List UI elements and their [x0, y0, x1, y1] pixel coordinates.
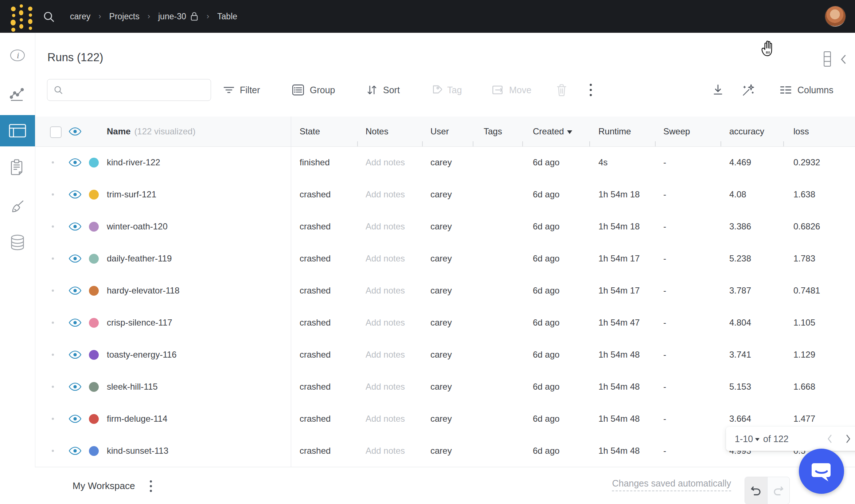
logs-clipboard-icon[interactable]: [0, 158, 35, 176]
run-user[interactable]: carey: [430, 210, 452, 243]
undo-button[interactable]: [745, 477, 768, 504]
table-row[interactable]: trim-surf-121 crashed Add notes carey 6d…: [35, 178, 855, 210]
table-row[interactable]: toasty-energy-116 crashed Add notes care…: [35, 339, 855, 371]
row-drag-handle[interactable]: [52, 435, 54, 467]
user-avatar[interactable]: [825, 6, 846, 27]
add-notes-placeholder[interactable]: Add notes: [366, 210, 405, 243]
magic-wand-button[interactable]: [741, 79, 755, 101]
run-user[interactable]: carey: [430, 307, 452, 339]
row-visibility-eye-icon[interactable]: [69, 243, 82, 275]
row-visibility-eye-icon[interactable]: [69, 178, 82, 210]
column-header-accuracy[interactable]: accuracy: [729, 117, 764, 146]
column-header-sweep[interactable]: Sweep: [663, 117, 690, 146]
table-row[interactable]: winter-oath-120 crashed Add notes carey …: [35, 210, 855, 243]
run-name-link[interactable]: winter-oath-120: [107, 210, 168, 243]
breadcrumb-entity[interactable]: carey: [70, 12, 90, 21]
row-drag-handle[interactable]: [52, 307, 54, 339]
toggle-all-visibility-eye-icon[interactable]: [69, 117, 82, 146]
row-visibility-eye-icon[interactable]: [69, 210, 82, 243]
group-button[interactable]: Group: [292, 79, 335, 101]
add-notes-placeholder[interactable]: Add notes: [366, 371, 405, 403]
run-user[interactable]: carey: [430, 146, 452, 178]
row-visibility-eye-icon[interactable]: [69, 307, 82, 339]
row-drag-handle[interactable]: [52, 275, 54, 307]
row-visibility-eye-icon[interactable]: [69, 146, 82, 178]
column-header-user[interactable]: User: [430, 117, 449, 146]
add-notes-placeholder[interactable]: Add notes: [366, 275, 405, 307]
run-name-link[interactable]: toasty-energy-116: [107, 339, 177, 371]
overview-info-icon[interactable]: i: [0, 47, 35, 63]
run-user[interactable]: carey: [430, 243, 452, 275]
workspace-name[interactable]: My Workspace: [73, 467, 135, 504]
row-drag-handle[interactable]: [52, 243, 54, 275]
columns-button[interactable]: Columns: [779, 79, 833, 101]
panel-layout-icon[interactable]: [823, 51, 832, 67]
column-header-name[interactable]: Name(122 visualized): [107, 117, 195, 146]
add-notes-placeholder[interactable]: Add notes: [366, 435, 405, 467]
table-row[interactable]: hardy-elevator-118 crashed Add notes car…: [35, 275, 855, 307]
table-row[interactable]: kind-river-122 finished Add notes carey …: [35, 146, 855, 178]
add-notes-placeholder[interactable]: Add notes: [366, 178, 405, 210]
run-user[interactable]: carey: [430, 178, 452, 210]
breadcrumb-project[interactable]: june-30: [158, 12, 186, 21]
row-visibility-eye-icon[interactable]: [69, 339, 82, 371]
row-drag-handle[interactable]: [52, 371, 54, 403]
next-page-chevron-icon[interactable]: [844, 434, 852, 444]
add-notes-placeholder[interactable]: Add notes: [366, 339, 405, 371]
row-visibility-eye-icon[interactable]: [69, 371, 82, 403]
run-name-link[interactable]: daily-feather-119: [107, 243, 172, 275]
add-notes-placeholder[interactable]: Add notes: [366, 146, 405, 178]
row-drag-handle[interactable]: [52, 339, 54, 371]
run-name-link[interactable]: firm-deluge-114: [107, 403, 167, 435]
row-visibility-eye-icon[interactable]: [69, 403, 82, 435]
workspace-menu-kebab-icon[interactable]: [150, 480, 152, 492]
collapse-panel-chevron-icon[interactable]: [839, 54, 848, 65]
filter-button[interactable]: Filter: [223, 79, 260, 101]
column-header-notes[interactable]: Notes: [366, 117, 389, 146]
wandb-logo[interactable]: [10, 4, 34, 29]
breadcrumb-projects[interactable]: Projects: [109, 12, 140, 21]
column-header-loss[interactable]: loss: [793, 117, 809, 146]
breadcrumb-view[interactable]: Table: [217, 12, 237, 21]
table-row[interactable]: sleek-hill-115 crashed Add notes carey 6…: [35, 371, 855, 403]
column-header-tags[interactable]: Tags: [484, 117, 502, 146]
sort-button[interactable]: Sort: [366, 79, 400, 101]
run-user[interactable]: carey: [430, 339, 452, 371]
run-user[interactable]: carey: [430, 435, 452, 467]
charts-icon[interactable]: [0, 87, 35, 102]
table-row[interactable]: daily-feather-119 crashed Add notes care…: [35, 243, 855, 275]
sidebar-item-runs-table[interactable]: [0, 115, 35, 146]
search-input[interactable]: [68, 82, 211, 98]
table-row[interactable]: crisp-silence-117 crashed Add notes care…: [35, 307, 855, 339]
global-search-icon[interactable]: [42, 10, 55, 25]
pagination-range-dropdown[interactable]: 1-10: [735, 434, 753, 444]
row-drag-handle[interactable]: [52, 178, 54, 210]
row-visibility-eye-icon[interactable]: [69, 275, 82, 307]
prev-page-chevron-icon[interactable]: [826, 434, 834, 444]
add-notes-placeholder[interactable]: Add notes: [366, 403, 405, 435]
run-user[interactable]: carey: [430, 403, 452, 435]
run-name-link[interactable]: kind-sunset-113: [107, 435, 168, 467]
row-visibility-eye-icon[interactable]: [69, 435, 82, 467]
column-header-created[interactable]: Created: [533, 117, 572, 146]
run-name-link[interactable]: hardy-elevator-118: [107, 275, 180, 307]
artifacts-database-icon[interactable]: [0, 234, 35, 252]
run-user[interactable]: carey: [430, 275, 452, 307]
column-header-state[interactable]: State: [300, 117, 320, 146]
add-notes-placeholder[interactable]: Add notes: [366, 243, 405, 275]
sweeps-broom-icon[interactable]: [0, 198, 35, 215]
run-name-link[interactable]: kind-river-122: [107, 146, 160, 178]
chat-support-button[interactable]: [799, 449, 844, 494]
add-notes-placeholder[interactable]: Add notes: [366, 307, 405, 339]
run-user[interactable]: carey: [430, 371, 452, 403]
run-name-link[interactable]: crisp-silence-117: [107, 307, 172, 339]
export-download-button[interactable]: [711, 79, 725, 101]
select-all-checkbox[interactable]: [50, 126, 62, 138]
column-header-runtime[interactable]: Runtime: [598, 117, 631, 146]
row-drag-handle[interactable]: [52, 403, 54, 435]
more-actions-button[interactable]: [590, 79, 592, 101]
row-drag-handle[interactable]: [52, 210, 54, 243]
run-name-link[interactable]: sleek-hill-115: [107, 371, 158, 403]
row-drag-handle[interactable]: [52, 146, 54, 178]
run-name-link[interactable]: trim-surf-121: [107, 178, 156, 210]
